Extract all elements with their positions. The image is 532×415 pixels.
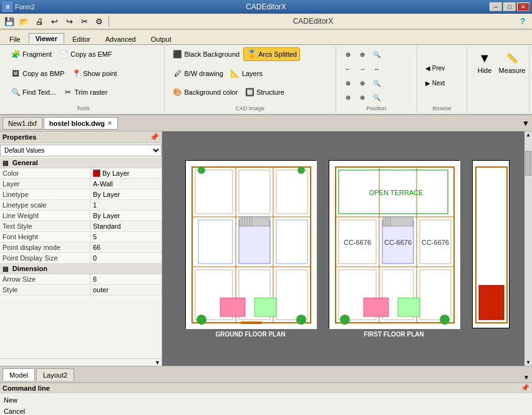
tab-scroll-button[interactable]: ▼ bbox=[522, 119, 530, 128]
scroll-down-btn[interactable]: ▼ bbox=[525, 359, 532, 366]
toolbar-separator bbox=[109, 16, 109, 27]
canvas-content: GROUND FLOOR PLAN bbox=[162, 131, 532, 366]
prop-value-lineweight[interactable]: By Layer bbox=[90, 211, 162, 221]
main-area: Properties 📌 Default Values ▤ General Co… bbox=[0, 131, 532, 366]
doc-tab-new1[interactable]: New1.dxf bbox=[2, 117, 42, 130]
prop-value-linetype[interactable]: By Layer bbox=[90, 189, 162, 199]
pos-btn-9[interactable]: 🔍 bbox=[370, 76, 384, 90]
pos-btn-1[interactable]: ⊕ bbox=[341, 47, 355, 61]
measure-icon: 📏 bbox=[505, 50, 520, 65]
find-text-button[interactable]: 🔍 Find Text... bbox=[7, 85, 59, 99]
tab-output[interactable]: Output bbox=[144, 34, 178, 44]
prop-value-textstyle[interactable]: Standard bbox=[90, 221, 162, 231]
prop-value-color[interactable]: By Layer bbox=[90, 168, 162, 178]
close-button[interactable]: ✕ bbox=[517, 2, 530, 11]
browse-next[interactable]: ▶ Next bbox=[422, 77, 448, 90]
pos-btn-10[interactable]: ⊕ bbox=[341, 90, 355, 104]
prop-row-color: Color By Layer bbox=[0, 168, 162, 179]
svg-rect-9 bbox=[239, 220, 270, 264]
pos-btn-12[interactable]: 🔍 bbox=[370, 90, 384, 104]
prop-row-lineweight: Line Weight By Layer bbox=[0, 211, 162, 221]
command-area: Command line 📌 New Cancel Command: bbox=[0, 382, 532, 415]
pos-btn-2[interactable]: ⊕ bbox=[355, 47, 369, 61]
tools-buttons: 🧩 Fragment 📄 Copy as EMF 🖼 Copy as BMP 📍… bbox=[7, 47, 159, 104]
svg-rect-20 bbox=[239, 217, 269, 226]
prop-value-fontheight[interactable]: 5 bbox=[90, 232, 162, 242]
dimension-collapse-icon[interactable]: ▤ bbox=[2, 265, 8, 272]
pos-btn-11[interactable]: ⊕ bbox=[355, 90, 369, 104]
black-background-button[interactable]: ⬛ Black Background bbox=[170, 47, 243, 61]
maximize-button[interactable]: □ bbox=[503, 2, 516, 11]
ribbon-group-browse: ◀ Prev ▶ Next Browse bbox=[417, 46, 467, 113]
prop-value-layer[interactable]: A-Wall bbox=[90, 179, 162, 189]
prop-name-lineweight: Line Weight bbox=[0, 211, 90, 221]
prop-value-pointmode[interactable]: 66 bbox=[90, 242, 162, 252]
cut-icon[interactable]: ✂ bbox=[77, 14, 91, 28]
open-icon[interactable]: 📂 bbox=[17, 14, 31, 28]
extra-icon[interactable]: ⚙ bbox=[92, 14, 106, 28]
command-log: New Cancel bbox=[0, 393, 532, 415]
svg-text:OPEN TERRACE: OPEN TERRACE bbox=[369, 189, 423, 196]
minimize-button[interactable]: ─ bbox=[490, 2, 502, 11]
pos-btn-3[interactable]: 🔍 bbox=[370, 47, 384, 61]
undo-icon[interactable]: ↩ bbox=[47, 14, 61, 28]
window-controls: ─ □ ✕ bbox=[490, 2, 530, 11]
print-icon[interactable]: 🖨 bbox=[32, 14, 46, 28]
hide-button[interactable]: ▼ Hide bbox=[472, 47, 497, 77]
doc-tab-close-hostel[interactable]: ✕ bbox=[107, 120, 112, 126]
tab-file[interactable]: File bbox=[2, 34, 27, 44]
copy-bmp-icon: 🖼 bbox=[11, 69, 21, 79]
browse-prev[interactable]: ◀ Prev bbox=[422, 62, 448, 75]
bottom-tab-model[interactable]: Model bbox=[2, 368, 35, 381]
bottom-tab-layout2[interactable]: Layout2 bbox=[36, 368, 74, 381]
pos-btn-8[interactable]: ⊕ bbox=[355, 76, 369, 90]
prop-value-pointsize[interactable]: 0 bbox=[90, 253, 162, 263]
scroll-down-icon[interactable]: ▼ bbox=[153, 359, 162, 366]
ribbon-group-tools: 🧩 Fragment 📄 Copy as EMF 🖼 Copy as BMP 📍… bbox=[2, 46, 165, 113]
ribbon-group-cad: ⬛ Black Background 🏅 Arcs Splitted 🖊 B/W… bbox=[165, 46, 336, 113]
properties-title: Properties bbox=[2, 133, 36, 141]
properties-select[interactable]: Default Values bbox=[0, 145, 162, 156]
tab-scroll-right[interactable]: ▼ bbox=[523, 374, 530, 381]
arcs-splitted-button[interactable]: 🏅 Arcs Splitted bbox=[243, 47, 300, 61]
prop-value-style[interactable]: outer bbox=[90, 285, 162, 295]
prop-name-pointmode: Point display mode bbox=[0, 242, 90, 252]
scroll-up-btn[interactable]: ▲ bbox=[525, 131, 532, 138]
layers-button[interactable]: 📐 Layers bbox=[227, 67, 266, 80]
pos-btn-4[interactable]: ← bbox=[341, 62, 355, 75]
measure-button[interactable]: 📏 Measure bbox=[500, 47, 525, 77]
panel-pin-icon[interactable]: 📌 bbox=[150, 133, 159, 141]
trim-raster-button[interactable]: ✂ Trim raster bbox=[60, 85, 111, 99]
structure-button[interactable]: 🔲 Structure bbox=[241, 85, 288, 99]
prop-value-arrowsize[interactable]: 6 bbox=[90, 274, 162, 284]
copy-emf-button[interactable]: 📄 Copy as EMF bbox=[56, 47, 115, 61]
canvas-area[interactable]: ▼ bbox=[162, 131, 532, 366]
menu-tab-bar: File Viewer Editor Advanced Output bbox=[0, 30, 532, 45]
tab-viewer[interactable]: Viewer bbox=[29, 33, 64, 44]
command-pin-icon[interactable]: 📌 bbox=[521, 384, 530, 392]
cad-buttons: ⬛ Black Background 🏅 Arcs Splitted 🖊 B/W… bbox=[170, 47, 331, 104]
ribbon-group-hide-measure: ▼ Hide 📏 Measure bbox=[467, 46, 530, 113]
pos-btn-7[interactable]: ⊕ bbox=[341, 76, 355, 90]
redo-icon[interactable]: ↪ bbox=[62, 14, 76, 28]
pos-btn-6[interactable]: ↔ bbox=[370, 62, 384, 75]
bw-drawing-button[interactable]: 🖊 B/W drawing bbox=[170, 67, 226, 80]
floor-plan-first: OPEN TERRACE CC-6676 CC-6676 CC-6676 bbox=[329, 160, 460, 338]
cad-group-label: CAD Image bbox=[170, 104, 331, 112]
scroll-thumb[interactable] bbox=[525, 151, 531, 176]
save-icon[interactable]: 💾 bbox=[2, 14, 16, 28]
bg-color-button[interactable]: 🎨 Background color bbox=[170, 85, 241, 99]
canvas-scrollbar-vertical[interactable]: ▲ ▼ bbox=[525, 131, 532, 366]
copy-bmp-button[interactable]: 🖼 Copy as BMP bbox=[7, 67, 67, 80]
fragment-button[interactable]: 🧩 Fragment bbox=[7, 47, 55, 61]
doc-tab-hostel[interactable]: hostel block.dwg ✕ bbox=[44, 117, 118, 130]
properties-scroll[interactable]: ▤ General Color By Layer Layer A-Wall Li… bbox=[0, 158, 162, 358]
tab-advanced[interactable]: Advanced bbox=[99, 34, 143, 44]
show-point-button[interactable]: 📍 Show point bbox=[68, 67, 120, 80]
prop-value-linetype-scale[interactable]: 1 bbox=[90, 200, 162, 210]
tab-editor[interactable]: Editor bbox=[65, 34, 97, 44]
panel-scrollbar: ▼ bbox=[0, 358, 162, 366]
help-icon[interactable]: ? bbox=[516, 14, 530, 28]
pos-btn-5[interactable]: → bbox=[355, 62, 369, 75]
section-collapse-icon[interactable]: ▤ bbox=[2, 160, 8, 166]
